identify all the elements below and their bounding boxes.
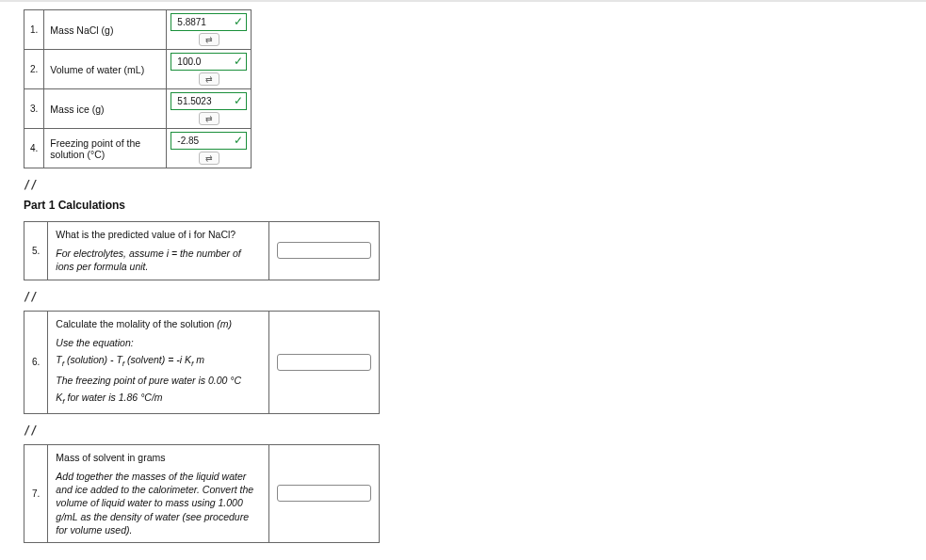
prompt-hint: The freezing point of pure water is 0.00… bbox=[56, 374, 261, 387]
table-row: 1. Mass NaCl (g) 5.8871 ✓ ⇄ bbox=[24, 10, 252, 50]
separator: // bbox=[24, 290, 926, 303]
answer-value: 51.5023 bbox=[177, 96, 211, 106]
check-icon: ✓ bbox=[234, 16, 243, 27]
answer-value: -2.85 bbox=[177, 136, 199, 146]
separator: // bbox=[24, 178, 926, 191]
question-6-table: 6. Calculate the molality of the solutio… bbox=[24, 311, 380, 414]
question-7-table: 7. Mass of solvent in grams Add together… bbox=[24, 444, 380, 543]
row-number: 1. bbox=[24, 10, 44, 50]
answer-input-q6[interactable] bbox=[277, 354, 371, 371]
retry-button[interactable]: ⇄ bbox=[199, 112, 219, 125]
table-row: 2. Volume of water (mL) 100.0 ✓ ⇄ bbox=[24, 50, 252, 89]
answer-box: 100.0 ✓ bbox=[171, 53, 247, 71]
row-number: 4. bbox=[24, 129, 44, 168]
answer-value: 5.8871 bbox=[177, 17, 206, 27]
answer-input-q5[interactable] bbox=[277, 242, 371, 259]
check-icon: ✓ bbox=[234, 56, 243, 67]
row-label: Volume of water (mL) bbox=[44, 50, 167, 89]
question-prompt: Calculate the molality of the solution (… bbox=[48, 311, 269, 413]
prompt-main: Mass of solvent in grams bbox=[56, 452, 165, 463]
prompt-main: What is the predicted value of i for NaC… bbox=[56, 229, 236, 240]
row-number: 3. bbox=[24, 89, 44, 129]
retry-button[interactable]: ⇄ bbox=[199, 152, 219, 165]
prompt-hint: Add together the masses of the liquid wa… bbox=[56, 470, 261, 536]
section-heading: Part 1 Calculations bbox=[24, 199, 926, 212]
prompt-main: Calculate the molality of the solution (… bbox=[56, 318, 232, 329]
row-label: Mass ice (g) bbox=[44, 89, 167, 129]
table-row: 3. Mass ice (g) 51.5023 ✓ ⇄ bbox=[24, 89, 252, 129]
check-icon: ✓ bbox=[234, 135, 243, 146]
prompt-hint: Use the equation: bbox=[56, 336, 261, 349]
row-number: 6. bbox=[24, 311, 48, 413]
separator: // bbox=[24, 424, 926, 437]
check-icon: ✓ bbox=[234, 95, 243, 106]
row-number: 5. bbox=[24, 222, 48, 280]
retry-button[interactable]: ⇄ bbox=[199, 33, 219, 46]
answer-box: 51.5023 ✓ bbox=[171, 92, 247, 110]
row-label: Freezing point of the solution (°C) bbox=[44, 129, 167, 168]
answer-box: -2.85 ✓ bbox=[171, 132, 247, 150]
prompt-hint: For electrolytes, assume i = the number … bbox=[56, 247, 261, 273]
question-5-table: 5. What is the predicted value of i for … bbox=[24, 221, 380, 280]
prompt-equation: Tf (solution) - Tf (solvent) = -i Kf m bbox=[56, 353, 261, 370]
question-prompt: Mass of solvent in grams Add together th… bbox=[48, 444, 269, 542]
table-row: 4. Freezing point of the solution (°C) -… bbox=[24, 129, 252, 168]
question-prompt: What is the predicted value of i for NaC… bbox=[48, 222, 269, 280]
input-data-table: 1. Mass NaCl (g) 5.8871 ✓ ⇄ 2. Volume of… bbox=[24, 9, 252, 168]
row-number: 7. bbox=[24, 444, 48, 542]
answer-value: 100.0 bbox=[177, 56, 201, 67]
retry-button[interactable]: ⇄ bbox=[199, 72, 219, 86]
answer-input-q7[interactable] bbox=[277, 485, 371, 502]
prompt-hint: Kf for water is 1.86 °C/m bbox=[56, 391, 261, 408]
row-number: 2. bbox=[24, 50, 44, 89]
row-label: Mass NaCl (g) bbox=[44, 10, 167, 50]
answer-box: 5.8871 ✓ bbox=[171, 13, 247, 31]
